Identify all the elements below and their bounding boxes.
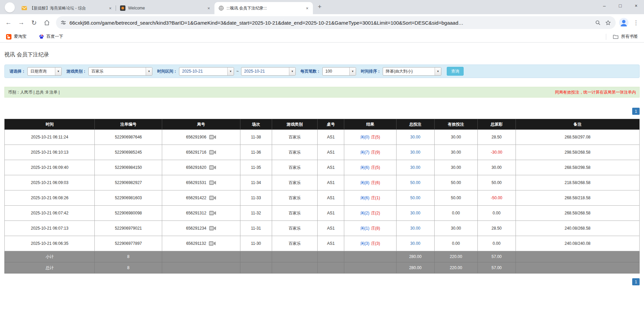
bet-row: 2025-10-21 06:07:42522906980098656291312…	[5, 206, 640, 221]
chevron-down-icon[interactable]: ▼	[227, 68, 234, 75]
cell-bet-id: 522906980098	[95, 206, 162, 221]
cell-payout: 50.00	[477, 175, 516, 190]
sort-select[interactable]: 降幂(由大到小) ▼	[383, 67, 441, 76]
round-number: 656291620	[186, 165, 206, 170]
search-button[interactable]: 查询	[447, 67, 464, 76]
total-bet-link[interactable]: 30.00	[410, 150, 420, 155]
total-bet-link[interactable]: 30.00	[410, 226, 420, 231]
minimize-button[interactable]: –	[596, 0, 612, 11]
banker-result: 庄(1)	[371, 196, 380, 200]
cell-note: 218.58/268.58	[516, 175, 639, 190]
cell-result: 闲(1)庄(8)	[344, 221, 396, 236]
cell-time: 2025-10-21 06:08:26	[5, 190, 95, 206]
pagination-top: 1	[4, 108, 640, 115]
column-header: 有效投注	[434, 119, 477, 130]
cell-game-type: 百家乐	[272, 221, 318, 236]
bookmark-taobao[interactable]: 爱淘宝	[5, 32, 28, 41]
cell-note: 268.58/297.08	[516, 130, 639, 145]
page-1-button[interactable]: 1	[632, 108, 640, 115]
tab-close-icon[interactable]: ×	[304, 5, 310, 11]
cell-round: 656291132	[162, 236, 240, 251]
total-bet-link[interactable]: 30.00	[410, 135, 420, 139]
back-button[interactable]: ←	[2, 16, 15, 29]
site-settings-icon[interactable]	[61, 20, 66, 25]
game-type-select[interactable]: 百家乐 ▼	[88, 67, 152, 76]
player-result: 闲(2)	[360, 211, 370, 215]
tab-close-icon[interactable]: ×	[107, 5, 113, 11]
video-replay-icon[interactable]	[209, 210, 216, 216]
banker-result: 庄(5)	[371, 165, 380, 170]
all-bookmarks-button[interactable]: 所有书签	[612, 32, 639, 41]
maximize-button[interactable]: □	[612, 0, 628, 11]
new-tab-button[interactable]: +	[315, 2, 324, 11]
address-bar[interactable]: 66cxkj98.com/game/betrecord_search/kind3…	[56, 16, 616, 29]
browser-toolbar: ← → ↻ 66cxkj98.com/game/betrecord_search…	[0, 14, 644, 31]
home-button[interactable]	[40, 16, 53, 29]
cell-payout: 0.00	[477, 206, 516, 221]
query-type-select[interactable]: 日期查询 ▼	[27, 67, 62, 76]
total-bet-link[interactable]: 30.00	[410, 165, 420, 170]
cell-payout: 28.50	[477, 130, 516, 145]
footer-cell	[516, 262, 639, 274]
cell-total-bet: 50.00	[396, 190, 434, 206]
cell-result: 闲(7)庄(9)	[344, 145, 396, 160]
date-end-input[interactable]: 2025-10-21 ▼	[241, 67, 296, 76]
folder-icon	[613, 34, 618, 40]
chevron-down-icon[interactable]: ▼	[55, 68, 61, 75]
total-bet-link[interactable]: 50.00	[410, 196, 420, 200]
chevron-down-icon[interactable]: ▼	[146, 68, 152, 75]
forward-button[interactable]: →	[15, 16, 28, 29]
tab-forum[interactable]: 【新提醒】海燕策略论坛 - 综合 ×	[18, 2, 116, 14]
page-1-button[interactable]: 1	[632, 278, 640, 285]
cell-bet-id: 522906985245	[95, 145, 162, 160]
cell-total-bet: 30.00	[396, 206, 434, 221]
cell-game-type: 百家乐	[272, 160, 318, 175]
filter-bar: 请选择： 日期查询 ▼ 游戏类别： 百家乐 ▼ 时间区间： 2025-10-21…	[4, 64, 640, 78]
cell-round: 656291234	[162, 221, 240, 236]
column-header: 局号	[162, 119, 240, 130]
video-replay-icon[interactable]	[209, 180, 216, 185]
menu-kebab-icon[interactable]: ⋮	[632, 17, 640, 28]
column-header: 总投注	[396, 119, 434, 130]
date-start-input[interactable]: 2025-10-21 ▼	[179, 67, 234, 76]
total-bet-link[interactable]: 30.00	[410, 211, 420, 215]
cell-session: 11-32	[240, 206, 272, 221]
bookmark-star-icon[interactable]	[605, 20, 611, 26]
video-replay-icon[interactable]	[209, 195, 216, 201]
query-type-label: 请选择：	[9, 69, 26, 74]
close-button[interactable]: ×	[628, 0, 644, 11]
date-range-label: 时间区间：	[157, 69, 177, 74]
table-foot: 小计8280.00220.0057.00总计8280.00220.0057.00	[5, 251, 640, 274]
total-bet-link[interactable]: 30.00	[410, 241, 420, 246]
refresh-button[interactable]: ↻	[28, 16, 40, 29]
bookmark-baidu[interactable]: 百度一下	[37, 32, 65, 41]
video-replay-icon[interactable]	[209, 226, 216, 231]
zoom-icon[interactable]	[595, 20, 601, 25]
video-replay-icon[interactable]	[209, 150, 216, 155]
chevron-down-icon[interactable]: ▼	[289, 68, 295, 75]
page-size-select[interactable]: 100 ▼	[322, 67, 356, 76]
currency-summary: 币别：人民币 | 总共 :8 注单 |	[8, 89, 60, 95]
chevron-down-icon[interactable]: ▼	[349, 68, 356, 75]
video-replay-icon[interactable]	[209, 134, 216, 140]
footer-cell: 8	[95, 262, 162, 274]
cell-game-type: 百家乐	[272, 190, 318, 206]
cell-time: 2025-10-21 06:07:42	[5, 206, 95, 221]
bet-row: 2025-10-21 06:11:24522906987646656291906…	[5, 130, 640, 145]
total-bet-link[interactable]: 50.00	[410, 180, 420, 185]
profile-avatar[interactable]	[618, 17, 629, 28]
query-type-value: 日期查询	[28, 69, 55, 74]
cell-bet-id: 522906984150	[95, 160, 162, 175]
cell-valid-bet: 0.00	[434, 206, 477, 221]
cell-game-type: 百家乐	[272, 145, 318, 160]
window-controls: – □ ×	[596, 0, 644, 11]
tab-search-button[interactable]	[5, 2, 15, 12]
chevron-down-icon[interactable]: ▼	[435, 68, 441, 75]
cell-total-bet: 30.00	[396, 145, 434, 160]
tab-close-icon[interactable]: ×	[206, 5, 212, 11]
tab-bet-record[interactable]: :::视讯 会员下注纪录::: ×	[214, 2, 313, 14]
video-replay-icon[interactable]	[209, 241, 216, 246]
cell-valid-bet: 50.00	[434, 190, 477, 206]
tab-welcome[interactable]: Welcome ×	[116, 2, 214, 14]
video-replay-icon[interactable]	[209, 165, 216, 170]
